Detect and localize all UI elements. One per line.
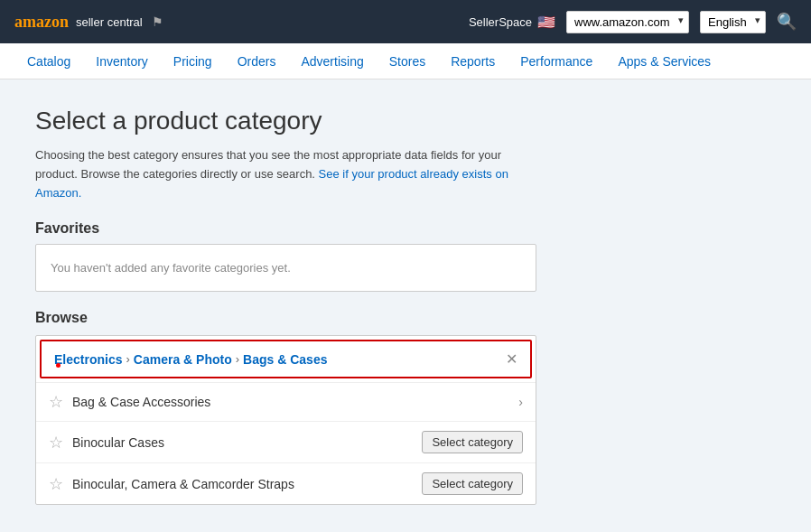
nav-item-advertising[interactable]: Advertising bbox=[288, 45, 376, 78]
favorites-heading: Favorites bbox=[35, 220, 776, 237]
favorite-star-icon-2[interactable]: ☆ bbox=[49, 433, 63, 453]
breadcrumb-close-button[interactable]: ✕ bbox=[506, 350, 517, 368]
nav-item-stores[interactable]: Stores bbox=[377, 45, 438, 78]
breadcrumb-camera-photo[interactable]: Camera & Photo bbox=[134, 352, 232, 367]
select-category-button-3[interactable]: Select category bbox=[422, 472, 523, 495]
see-if-link[interactable]: See if your product already exists on Am… bbox=[35, 167, 508, 200]
logo-area: amazon seller central ⚑ bbox=[14, 13, 163, 32]
page-title: Select a product category bbox=[35, 107, 776, 135]
seller-space-label: SellerSpace bbox=[469, 15, 532, 29]
breadcrumb-sep-1: › bbox=[126, 352, 129, 366]
category-row: ☆ Bag & Case Accessories › bbox=[36, 382, 536, 421]
browse-heading: Browse bbox=[35, 310, 776, 326]
breadcrumb-electronics[interactable]: Electronics bbox=[54, 352, 122, 367]
chevron-right-icon-1[interactable]: › bbox=[518, 395, 523, 409]
nav-item-apps-services[interactable]: Apps & Services bbox=[605, 45, 723, 78]
category-name-1: Bag & Case Accessories bbox=[72, 395, 509, 409]
category-name-2: Binocular Cases bbox=[72, 435, 413, 450]
favorites-box: You haven't added any favorite categorie… bbox=[35, 244, 536, 292]
seller-space: SellerSpace 🇺🇸 bbox=[469, 14, 555, 31]
nav-item-inventory[interactable]: Inventory bbox=[83, 45, 161, 78]
us-flag-icon: 🇺🇸 bbox=[537, 14, 555, 31]
main-content: Select a product category Choosing the b… bbox=[17, 107, 794, 505]
browse-section: Browse Electronics › Camera & Photo › Ba… bbox=[35, 310, 776, 505]
nav-item-pricing[interactable]: Pricing bbox=[161, 45, 225, 78]
breadcrumb-sep-2: › bbox=[236, 352, 239, 366]
search-icon[interactable]: 🔍 bbox=[777, 12, 797, 32]
favorites-empty-text: You haven't added any favorite categorie… bbox=[51, 261, 291, 275]
category-row: ☆ Binocular Cases Select category bbox=[36, 421, 536, 462]
category-list: ☆ Bag & Case Accessories › ☆ Binocular C… bbox=[36, 382, 536, 504]
category-row: ☆ Binocular, Camera & Camcorder Straps S… bbox=[36, 462, 536, 504]
domain-select[interactable]: www.amazon.com bbox=[566, 11, 689, 33]
breadcrumb-path: Electronics › Camera & Photo › Bags & Ca… bbox=[54, 352, 327, 367]
nav-item-catalog[interactable]: Catalog bbox=[14, 45, 83, 78]
navigation-bar: Catalog Inventory Pricing Orders Adverti… bbox=[0, 43, 811, 79]
browse-box: Electronics › Camera & Photo › Bags & Ca… bbox=[35, 335, 536, 505]
language-selector-wrapper: English bbox=[700, 11, 766, 33]
red-dot-indicator bbox=[56, 363, 61, 368]
domain-selector-wrapper: www.amazon.com bbox=[566, 11, 689, 33]
favorite-star-icon-3[interactable]: ☆ bbox=[49, 474, 63, 494]
nav-item-orders[interactable]: Orders bbox=[225, 45, 289, 78]
language-select[interactable]: English bbox=[700, 11, 766, 33]
flag-icon: ⚑ bbox=[152, 14, 163, 29]
page-description: Choosing the best category ensures that … bbox=[35, 146, 523, 202]
seller-central-label: seller central bbox=[76, 15, 143, 29]
nav-item-performance[interactable]: Performance bbox=[508, 45, 605, 78]
select-category-button-2[interactable]: Select category bbox=[422, 431, 523, 453]
nav-item-reports[interactable]: Reports bbox=[438, 45, 508, 78]
breadcrumb-bags-cases: Bags & Cases bbox=[243, 352, 327, 367]
favorites-section: Favorites You haven't added any favorite… bbox=[35, 220, 776, 292]
category-name-3: Binocular, Camera & Camcorder Straps bbox=[72, 477, 413, 491]
header: amazon seller central ⚑ SellerSpace 🇺🇸 w… bbox=[0, 0, 811, 43]
favorite-star-icon-1[interactable]: ☆ bbox=[49, 392, 63, 412]
breadcrumb-row: Electronics › Camera & Photo › Bags & Ca… bbox=[40, 340, 532, 378]
amazon-logo: amazon bbox=[14, 13, 69, 32]
